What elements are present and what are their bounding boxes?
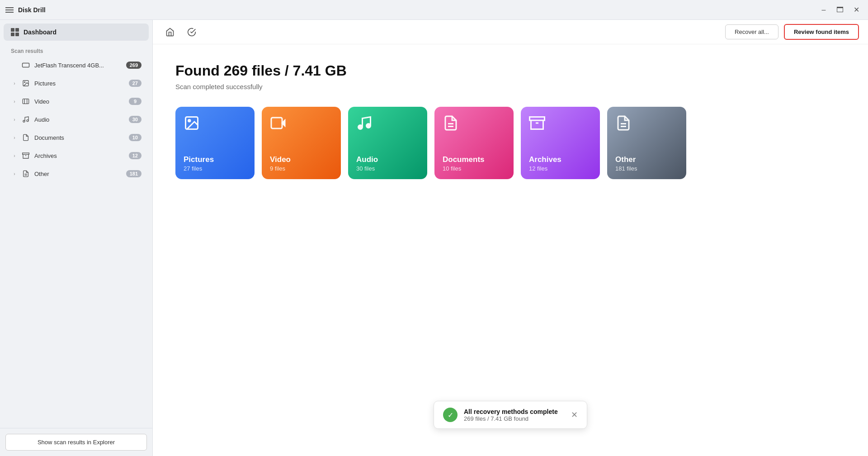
audio-card[interactable]: Audio 30 files [348,107,427,179]
sidebar: Dashboard Scan results JetFlash Transcen… [0,20,153,456]
pictures-count-badge: 27 [129,80,142,87]
audio-count-badge: 30 [129,116,142,123]
audio-card-name: Audio [356,155,419,164]
svg-point-16 [359,125,363,129]
other-chevron-icon: › [11,170,18,177]
sidebar-item-pictures[interactable]: › Pictures 27 [4,75,149,92]
pictures-icon [21,78,31,88]
dashboard-icon [11,28,19,36]
pictures-card[interactable]: Pictures 27 files [175,107,255,179]
device-chevron-icon [11,62,18,69]
maximize-button[interactable]: 🗖 [834,4,846,16]
svg-rect-3 [23,99,28,104]
svg-point-13 [189,120,191,122]
other-card[interactable]: Other 181 files [607,107,686,179]
svg-point-6 [23,120,25,122]
video-count-badge: 9 [129,98,142,105]
menu-icon[interactable] [5,7,14,13]
toast-notification: ✓ All recovery methods complete 269 file… [434,401,587,429]
pictures-card-count: 27 files [184,165,246,172]
documents-card-name: Documents [443,155,505,164]
video-label: Video [34,98,129,105]
archives-card-name: Archives [529,155,592,164]
device-name: JetFlash Transcend 4GB... [34,62,126,69]
svg-rect-20 [530,117,545,121]
sidebar-item-video[interactable]: › Video 9 [4,93,149,110]
main-content-area: Found 269 files / 7.41 GB Scan completed… [153,44,868,456]
documents-card-icon [443,115,459,131]
video-icon [21,96,31,106]
svg-point-17 [367,124,371,128]
toast-text: All recovery methods complete 269 files … [464,408,558,422]
sidebar-item-other[interactable]: › Other 181 [4,165,149,182]
pictures-chevron-icon: › [11,80,18,87]
toast-close-button[interactable]: ✕ [571,410,578,420]
audio-label: Audio [34,116,129,123]
toast-success-icon: ✓ [443,408,458,422]
app-title: Disk Drill [18,6,46,14]
recover-all-button[interactable]: Recover all... [725,24,778,39]
category-cards-container: Pictures 27 files Video 9 files [175,107,845,179]
documents-card-count: 10 files [443,165,505,172]
video-card[interactable]: Video 9 files [262,107,341,179]
other-card-name: Other [615,155,678,164]
toast-subtitle: 269 files / 7.41 GB found [464,415,558,422]
archives-chevron-icon: › [11,152,18,159]
sidebar-item-archives[interactable]: › Archives 12 [4,147,149,164]
check-button[interactable] [184,24,200,40]
video-card-count: 9 files [270,165,333,172]
audio-chevron-icon: › [11,116,18,123]
device-count-badge: 269 [126,62,142,69]
svg-point-7 [27,120,28,122]
video-card-name: Video [270,155,333,164]
device-icon [21,60,31,70]
documents-label: Documents [34,134,129,141]
audio-icon [21,114,31,124]
audio-card-count: 30 files [356,165,419,172]
pictures-label: Pictures [34,80,129,87]
pictures-card-icon [184,115,200,131]
sidebar-device-item[interactable]: JetFlash Transcend 4GB... 269 [4,57,149,74]
show-scan-results-button[interactable]: Show scan results in Explorer [5,434,147,451]
documents-chevron-icon: › [11,134,18,141]
page-title: Found 269 files / 7.41 GB [175,62,845,79]
sidebar-item-audio[interactable]: › Audio 30 [4,111,149,128]
svg-rect-14 [271,118,282,128]
video-card-icon [270,115,286,131]
pictures-card-name: Pictures [184,155,246,164]
audio-card-icon [356,115,373,131]
home-button[interactable] [162,24,178,40]
sidebar-footer: Show scan results in Explorer [0,428,152,456]
archives-card-count: 12 files [529,165,592,172]
toast-title: All recovery methods complete [464,408,558,415]
svg-rect-8 [23,153,29,154]
dashboard-nav-item[interactable]: Dashboard [4,24,149,41]
video-chevron-icon: › [11,98,18,105]
other-label: Other [34,171,126,177]
documents-count-badge: 10 [129,134,142,141]
documents-icon [21,133,31,142]
scan-results-label: Scan results [0,44,152,56]
archives-icon [21,151,31,161]
other-count-badge: 181 [126,170,142,177]
app-body: Dashboard Scan results JetFlash Transcen… [0,20,868,456]
page-subtitle: Scan completed successfully [175,83,845,90]
archives-card[interactable]: Archives 12 files [521,107,600,179]
close-button[interactable]: ✕ [850,4,863,16]
other-card-icon [615,115,632,131]
archives-count-badge: 12 [129,152,142,159]
title-bar: Disk Drill – 🗖 ✕ [0,0,868,20]
dashboard-label: Dashboard [24,28,57,36]
minimize-button[interactable]: – [817,4,830,16]
archives-label: Archives [34,152,129,159]
main-content: Recover all... Review found items Found … [153,20,868,456]
toolbar: Recover all... Review found items [153,20,868,44]
other-card-count: 181 files [615,165,678,172]
documents-card[interactable]: Documents 10 files [434,107,514,179]
other-icon [21,169,31,179]
sidebar-item-documents[interactable]: › Documents 10 [4,129,149,146]
review-found-items-button[interactable]: Review found items [784,24,859,40]
archives-card-icon [529,115,545,131]
svg-point-2 [24,82,25,83]
window-controls: – 🗖 ✕ [817,4,863,16]
